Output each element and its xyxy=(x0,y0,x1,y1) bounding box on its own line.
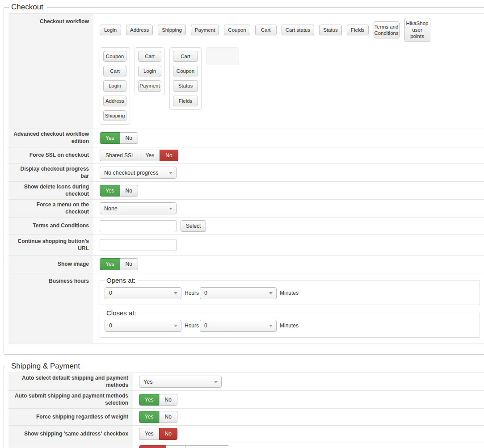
row-force-ssl-on-checkout: Force SSL on checkout Shared SSL Yes No xyxy=(8,147,484,164)
setting-label: Advanced checkout workflow edition xyxy=(8,129,93,147)
toggle-yes-button[interactable]: Yes xyxy=(139,411,160,423)
workflow-step-button-coupon[interactable]: Coupon xyxy=(224,25,250,35)
same-address-toggle: Yes No xyxy=(139,428,177,440)
progress-bar-select[interactable]: No checkout progress xyxy=(100,167,177,179)
toggle-no-button[interactable]: No xyxy=(159,394,177,406)
workflow-column-button[interactable]: Fields xyxy=(173,96,198,106)
hours-label: Hours xyxy=(185,290,199,296)
workflow-step-button-address[interactable]: Address xyxy=(126,25,153,35)
toggle-no-button[interactable]: No xyxy=(160,150,178,161)
workflow-step-button-shipping[interactable]: Shipping xyxy=(158,25,186,35)
workflow-column-1: Coupon Cart Login Address Shipping xyxy=(100,47,130,125)
terms-select-button[interactable]: Select xyxy=(181,220,206,232)
workflow-column-button[interactable]: Cart xyxy=(138,51,161,62)
toggle-popup-button[interactable]: Popup xyxy=(139,445,166,448)
setting-label: Continue shopping button's URL xyxy=(8,235,93,255)
setting-label: Show shipping 'same address' checkbox xyxy=(8,426,133,443)
auto-select-methods-select[interactable]: Yes xyxy=(139,376,222,388)
workflow-column-button[interactable]: Status xyxy=(173,80,198,91)
opens-minute-select[interactable]: 0 xyxy=(200,287,277,299)
advanced-edition-toggle: Yes No xyxy=(100,132,138,144)
checkout-section-title: Checkout xyxy=(9,3,47,12)
toggle-no-button[interactable]: No xyxy=(159,411,177,423)
dropdown-arrow-icon xyxy=(269,292,273,294)
workflow-step-button-cart[interactable]: Cart xyxy=(255,25,277,35)
opens-hour-select[interactable]: 0 xyxy=(105,287,181,299)
workflow-step-button-terms[interactable]: Terms and Conditions xyxy=(374,21,400,39)
setting-label: Business hours xyxy=(8,273,93,343)
dropdown-arrow-icon xyxy=(169,208,173,210)
toggle-yes-button[interactable]: Yes xyxy=(139,428,160,440)
force-ssl-toggle: Shared SSL Yes No xyxy=(100,150,178,161)
workflow-step-button-user-points[interactable]: HikaShop user points xyxy=(404,18,430,42)
row-business-hours: Business hours Opens at: 0 Hours 0 xyxy=(8,273,484,343)
closes-minute-select[interactable]: 0 xyxy=(200,320,277,332)
checkout-section: Checkout Checkout workflow Login Address… xyxy=(4,3,484,355)
row-continue-shopping-url: Continue shopping button's URL xyxy=(8,235,484,256)
workflow-column-button[interactable]: Address xyxy=(103,96,126,106)
shipping-payment-section-title: Shipping & Payment xyxy=(9,362,84,371)
workflow-step-button-status[interactable]: Status xyxy=(319,25,342,35)
workflow-step-button-cart-status[interactable]: Cart status xyxy=(282,25,315,35)
workflow-column-button[interactable]: Cart xyxy=(103,66,126,76)
address-selector-toggle: Popup List Dropdown list xyxy=(139,445,229,448)
setting-label: Force SSL on checkout xyxy=(8,147,93,163)
workflow-step-bar: Login Address Shipping Payment Coupon Ca… xyxy=(100,18,480,42)
row-checkout-workflow: Checkout workflow Login Address Shipping… xyxy=(8,14,484,129)
workflow-column-button[interactable]: Coupon xyxy=(173,66,198,76)
setting-label: Display checkout progress bar xyxy=(8,164,93,181)
hours-label: Hours xyxy=(185,322,199,329)
setting-label: Address selector xyxy=(8,443,133,448)
opens-hour-value: 0 xyxy=(109,290,112,296)
toggle-no-button[interactable]: No xyxy=(120,185,138,197)
minutes-label: Minutes xyxy=(280,290,299,296)
dropdown-arrow-icon xyxy=(169,172,173,174)
continue-shopping-url-input[interactable] xyxy=(100,239,177,251)
closes-minute-value: 0 xyxy=(204,322,207,329)
row-show-image: Show image Yes No xyxy=(8,256,484,273)
setting-label: Auto submit shipping and payment methods… xyxy=(8,391,133,408)
toggle-yes-button[interactable]: Yes xyxy=(100,132,120,144)
opens-minute-value: 0 xyxy=(204,290,207,296)
row-force-shipping: Force shipping regardless of weight Yes … xyxy=(8,409,484,425)
closes-at-fieldset: Closes at: 0 Hours 0 Minutes xyxy=(100,309,480,338)
setting-label: Show image xyxy=(8,256,93,273)
workflow-column-button[interactable]: Login xyxy=(103,80,126,91)
toggle-yes-button[interactable]: Yes xyxy=(100,185,120,197)
toggle-yes-button[interactable]: Yes xyxy=(139,394,160,406)
row-show-delete-icons: Show delete icons during checkout Yes No xyxy=(8,182,484,200)
row-same-address-checkbox: Show shipping 'same address' checkbox Ye… xyxy=(8,426,484,443)
delete-icons-toggle: Yes No xyxy=(100,185,138,197)
row-auto-select-methods: Auto select default shipping and payment… xyxy=(8,373,484,391)
row-advanced-checkout-workflow-edition: Advanced checkout workflow edition Yes N… xyxy=(8,129,484,147)
opens-at-fieldset: Opens at: 0 Hours 0 Minutes xyxy=(100,276,480,305)
workflow-column-button[interactable]: Shipping xyxy=(103,110,126,121)
toggle-no-button[interactable]: No xyxy=(120,132,138,144)
toggle-yes-button[interactable]: Yes xyxy=(100,258,120,270)
workflow-column-button[interactable]: Coupon xyxy=(103,51,126,62)
workflow-column-button[interactable]: Login xyxy=(138,66,161,76)
workflow-column-button[interactable]: Payment xyxy=(138,80,161,91)
toggle-yes-button[interactable]: Yes xyxy=(140,150,160,161)
workflow-column-button[interactable]: Cart xyxy=(173,51,198,62)
force-menu-select[interactable]: None xyxy=(100,202,177,214)
toggle-shared-ssl-button[interactable]: Shared SSL xyxy=(100,150,140,161)
closes-at-title: Closes at: xyxy=(105,309,139,317)
toggle-list-button[interactable]: List xyxy=(166,445,186,448)
dropdown-arrow-icon xyxy=(174,325,177,327)
workflow-empty-drop-zone[interactable] xyxy=(206,47,239,65)
workflow-column-3: Cart Coupon Status Fields xyxy=(169,47,202,110)
dropdown-arrow-icon xyxy=(214,381,218,383)
closes-hour-select[interactable]: 0 xyxy=(105,320,181,332)
workflow-step-button-login[interactable]: Login xyxy=(100,25,121,35)
terms-input[interactable] xyxy=(100,220,177,232)
setting-label: Terms and Conditions xyxy=(8,218,93,234)
progress-bar-select-value: No checkout progress xyxy=(104,170,159,176)
toggle-no-button[interactable]: No xyxy=(120,258,138,270)
dropdown-arrow-icon xyxy=(174,292,177,294)
toggle-dropdown-list-button[interactable]: Dropdown list xyxy=(185,445,229,448)
toggle-no-button[interactable]: No xyxy=(159,428,177,440)
workflow-step-button-payment[interactable]: Payment xyxy=(191,25,219,35)
workflow-step-button-fields[interactable]: Fields xyxy=(347,25,369,35)
row-force-menu-on-checkout: Force a menu on the checkout None xyxy=(8,200,484,218)
